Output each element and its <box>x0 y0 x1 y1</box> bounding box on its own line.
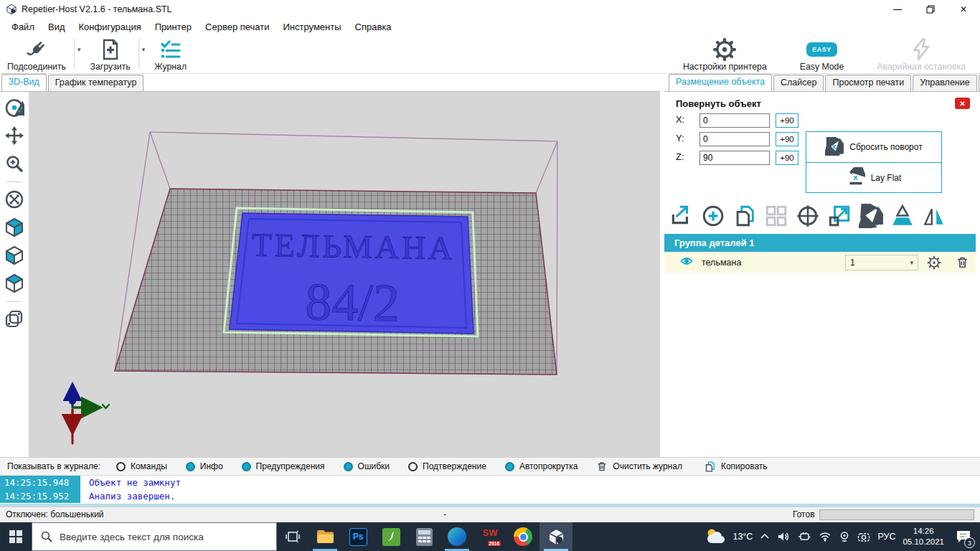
3d-viewport[interactable]: ТЕЛЬМАНА 84/2 <box>29 91 660 457</box>
z-plus90-button[interactable]: +90 <box>776 151 798 165</box>
log-filter-info[interactable]: Инфо <box>186 461 223 471</box>
log-filter-commands[interactable]: Команды <box>116 461 167 471</box>
object-settings-gear-icon[interactable] <box>927 255 941 270</box>
z-rotation-input[interactable] <box>699 151 770 165</box>
zoom-icon[interactable] <box>4 154 24 174</box>
taskbar-repetier-host[interactable] <box>540 522 573 551</box>
menu-view[interactable]: Вид <box>48 22 65 32</box>
easy-mode-button[interactable]: EASY Easy Mode <box>793 34 852 73</box>
clear-log-button[interactable]: Очистить журнал <box>596 461 682 472</box>
log-filter-warnings[interactable]: Предупреждения <box>242 461 325 471</box>
radio-icon <box>505 462 514 471</box>
y-rotation-input[interactable] <box>699 132 770 146</box>
load-button[interactable]: Загрузить <box>83 34 138 73</box>
reset-rotation-button[interactable]: x Сбросить поворот <box>806 132 941 162</box>
delete-object-trash-icon[interactable] <box>956 255 969 269</box>
solidworks-icon: SW 2016 <box>479 527 501 546</box>
power-plug-icon[interactable] <box>797 532 811 542</box>
volume-icon[interactable] <box>777 531 790 542</box>
log-entry: 14:25:15.948 Объект не замкнут <box>0 476 980 489</box>
log-filter-errors[interactable]: Ошибки <box>344 461 390 471</box>
cut-object-icon[interactable] <box>887 203 918 229</box>
restore-button[interactable] <box>914 0 947 19</box>
clock[interactable]: 14:26 05.10.2021 <box>903 526 944 547</box>
printer-settings-button[interactable]: Настройки принтера <box>676 34 774 73</box>
temperature-label[interactable]: 13°C <box>732 532 753 542</box>
panel-close-button[interactable]: ✕ <box>955 98 970 109</box>
fit-view-icon[interactable] <box>4 189 24 209</box>
log-toggle-button[interactable]: Журнал <box>147 34 194 73</box>
tab-manual-control[interactable]: Управление <box>913 75 977 91</box>
lay-flat-button[interactable]: x Lay Flat <box>806 162 941 192</box>
tab-object-placement[interactable]: Размещение объекта <box>669 74 772 91</box>
log-output[interactable]: 14:25:15.948 Объект не замкнут 14:25:15.… <box>0 476 980 507</box>
connect-dropdown-caret[interactable]: ▾ <box>75 34 83 65</box>
copy-icon <box>704 461 716 473</box>
tab-print-preview[interactable]: Просмотр печати <box>825 75 911 91</box>
weather-icon[interactable] <box>704 527 725 546</box>
tab-temp-graph[interactable]: График температур <box>48 75 144 91</box>
object-list-row[interactable]: тельмана 1 ▾ <box>664 252 976 273</box>
menu-print-server[interactable]: Сервер печати <box>205 22 269 32</box>
rotate-view-icon[interactable] <box>4 98 24 118</box>
close-button[interactable]: ✕ <box>947 0 980 19</box>
connect-button[interactable]: Подсоединить <box>0 34 73 73</box>
taskbar-calculator[interactable] <box>407 522 440 551</box>
model-object[interactable]: ТЕЛЬМАНА 84/2 <box>230 213 473 334</box>
visibility-eye-icon[interactable] <box>680 256 693 268</box>
load-file-icon <box>100 37 121 62</box>
load-dropdown-caret[interactable]: ▾ <box>140 34 148 65</box>
rotate-object-icon[interactable] <box>855 203 887 229</box>
taskbar-search-box[interactable]: Введите здесь текст для поиска <box>32 522 277 551</box>
load-label: Загрузить <box>90 62 131 72</box>
taskbar-edge[interactable] <box>440 522 473 551</box>
tab-3d-view[interactable]: 3D-Вид <box>1 74 47 91</box>
y-plus90-button[interactable]: +90 <box>776 132 798 146</box>
toggle-label: Подтверждение <box>423 461 486 471</box>
x-rotation-input[interactable] <box>699 113 770 128</box>
language-indicator[interactable]: РУС <box>877 532 895 542</box>
notification-center-button[interactable]: 3 <box>951 522 976 551</box>
log-filter-autoscroll[interactable]: Автопрокрутка <box>505 461 578 471</box>
front-view-icon[interactable] <box>4 245 24 265</box>
scale-object-icon[interactable] <box>824 203 855 229</box>
isometric-view-icon[interactable] <box>4 217 24 237</box>
task-view-button[interactable] <box>277 522 308 551</box>
autoposition-icon <box>760 203 792 229</box>
camera-icon[interactable] <box>857 532 870 542</box>
tray-chevron-icon[interactable] <box>760 532 770 541</box>
toolbar-divider <box>138 39 139 69</box>
menu-tools[interactable]: Инструменты <box>283 22 341 32</box>
search-placeholder: Введите здесь текст для поиска <box>60 532 204 542</box>
add-object-icon[interactable] <box>697 203 729 229</box>
menu-file[interactable]: Файл <box>11 22 34 32</box>
minimize-button[interactable]: — <box>881 0 914 19</box>
view-tab-bar: 3D-Вид График температур <box>1 74 664 91</box>
export-object-icon[interactable] <box>666 203 697 229</box>
copies-count-dropdown[interactable]: 1 ▾ <box>845 255 918 270</box>
x-plus90-button[interactable]: +90 <box>776 113 798 128</box>
wifi-icon[interactable] <box>819 532 831 542</box>
log-filter-ack[interactable]: Подтверждение <box>408 461 486 471</box>
log-timestamp: 14:25:15.952 <box>0 489 80 503</box>
menu-help[interactable]: Справка <box>355 22 392 32</box>
start-button[interactable] <box>0 522 32 551</box>
parallel-projection-icon[interactable] <box>4 309 24 329</box>
webcam-icon[interactable] <box>839 531 850 542</box>
menu-config[interactable]: Конфигурация <box>79 22 141 32</box>
taskbar-chrome[interactable] <box>507 522 540 551</box>
taskbar-file-explorer[interactable] <box>308 522 341 551</box>
tab-slicer[interactable]: Слайсер <box>773 75 824 91</box>
copy-object-icon[interactable] <box>729 203 760 229</box>
top-view-icon[interactable] <box>4 273 24 293</box>
status-bar: Отключен: большенький - Готов <box>0 507 980 522</box>
taskbar-photoshop[interactable]: Ps <box>341 522 374 551</box>
axis-row-z: Z: <box>676 151 693 162</box>
move-view-icon[interactable] <box>4 126 24 146</box>
menu-printer[interactable]: Принтер <box>155 22 192 32</box>
mirror-object-icon[interactable] <box>918 203 950 229</box>
center-object-icon[interactable] <box>792 203 824 229</box>
taskbar-solidworks[interactable]: SW 2016 <box>473 522 507 551</box>
taskbar-coreldraw[interactable] <box>374 522 407 551</box>
copy-log-button[interactable]: Копировать <box>704 461 768 473</box>
